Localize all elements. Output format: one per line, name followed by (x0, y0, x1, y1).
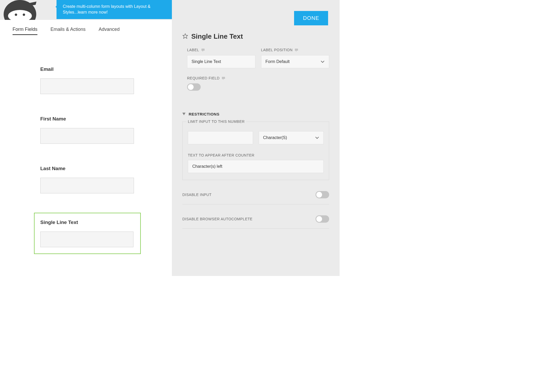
svg-marker-10 (222, 79, 223, 80)
disable-autocomplete-toggle[interactable] (316, 215, 329, 223)
tooltip-icon[interactable] (222, 77, 225, 80)
counter-text-input[interactable] (188, 160, 324, 173)
fields-list: Email First Name Last Name Single Line T… (0, 35, 172, 254)
field-input-preview (40, 232, 133, 247)
chevron-down-icon (321, 59, 325, 64)
tab-emails-actions[interactable]: Emails & Actions (50, 27, 86, 35)
svg-marker-8 (295, 51, 296, 52)
counter-label: TEXT TO APPEAR AFTER COUNTER (188, 153, 324, 157)
promo-banner[interactable]: Create multi-column form layouts with La… (57, 0, 172, 19)
label-heading: LABEL (187, 48, 199, 52)
svg-point-3 (23, 14, 25, 16)
left-header: Create multi-column form layouts with La… (0, 0, 172, 20)
svg-marker-11 (182, 113, 185, 115)
svg-rect-5 (201, 49, 205, 51)
svg-marker-4 (183, 33, 188, 38)
field-row[interactable]: First Name (40, 116, 146, 144)
field-label: Last Name (40, 166, 146, 171)
restrictions-heading: RESTRICTIONS (189, 112, 220, 116)
svg-rect-9 (222, 77, 225, 79)
limit-unit-select[interactable]: Character(S) (259, 131, 324, 144)
svg-marker-6 (202, 51, 203, 52)
field-label: First Name (40, 116, 146, 122)
restrictions-section-toggle[interactable]: RESTRICTIONS (182, 112, 329, 116)
required-toggle[interactable] (187, 83, 201, 91)
limit-label: LIMIT INPUT TO THIS NUMBER (186, 119, 246, 124)
triangle-down-icon (182, 112, 185, 116)
svg-point-2 (15, 14, 17, 16)
settings-panel: DONE Single Line Text LABEL LABEL POSITI… (172, 0, 340, 276)
panel-title: Single Line Text (191, 32, 243, 41)
chevron-down-icon (315, 135, 319, 140)
tab-advanced[interactable]: Advanced (99, 27, 120, 35)
field-label: Email (40, 66, 146, 72)
ninja-logo-icon (0, 0, 42, 20)
star-icon[interactable] (182, 33, 188, 40)
limit-number-input[interactable] (188, 131, 253, 144)
tab-form-fields[interactable]: Form Fields (13, 27, 37, 35)
field-row-selected[interactable]: Single Line Text (34, 213, 141, 254)
select-value: Form Default (266, 59, 290, 64)
done-button[interactable]: DONE (294, 11, 328, 25)
field-input-preview (40, 178, 134, 193)
field-label: Single Line Text (40, 220, 134, 225)
select-value: Character(S) (263, 135, 287, 140)
disable-input-label: DISABLE INPUT (182, 193, 212, 197)
field-row[interactable]: Last Name (40, 166, 146, 193)
tooltip-icon[interactable] (201, 48, 205, 51)
disable-autocomplete-label: DISABLE BROWSER AUTOCOMPLETE (182, 217, 252, 221)
field-row[interactable]: Email (40, 66, 146, 94)
field-input-preview (40, 128, 134, 144)
svg-rect-7 (295, 49, 298, 51)
required-heading: REQUIRED FIELD (187, 76, 220, 80)
restrictions-box: LIMIT INPUT TO THIS NUMBER Character(S) … (182, 122, 329, 180)
field-input-preview (40, 78, 134, 94)
position-heading: LABEL POSITION (261, 48, 293, 52)
label-position-select[interactable]: Form Default (261, 55, 329, 68)
tabs-bar: Form Fields Emails & Actions Advanced (0, 20, 172, 35)
tooltip-icon[interactable] (295, 48, 298, 51)
disable-input-toggle[interactable] (316, 191, 329, 198)
label-input[interactable] (187, 55, 255, 68)
